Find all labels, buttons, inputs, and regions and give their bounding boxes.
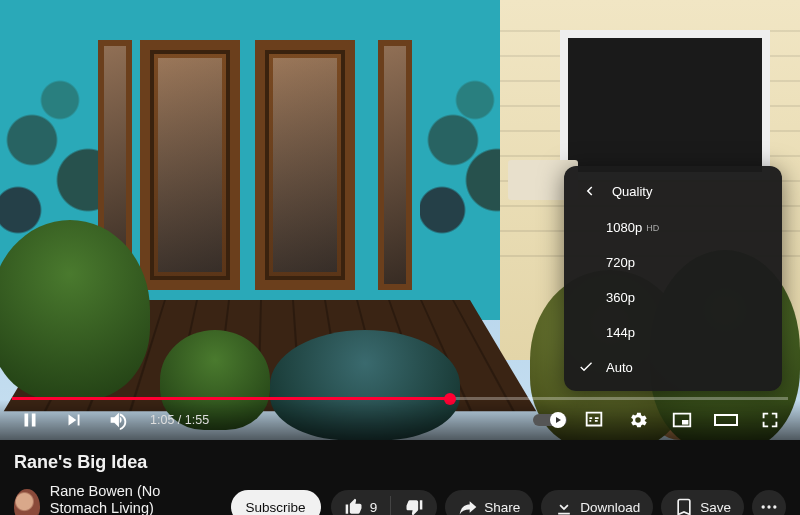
more-horizontal-icon (759, 497, 779, 515)
svg-rect-3 (715, 415, 737, 425)
pause-button[interactable] (12, 402, 48, 438)
share-icon (458, 497, 478, 515)
bookmark-icon (674, 497, 694, 515)
share-button[interactable]: Share (445, 490, 533, 515)
theater-icon (713, 409, 739, 431)
quality-option-1080p[interactable]: 1080pHD (564, 210, 782, 245)
channel-name[interactable]: Rane Bowen (No Stomach Living) (50, 483, 207, 515)
fullscreen-button[interactable] (752, 402, 788, 438)
next-button[interactable] (56, 402, 92, 438)
captions-button[interactable] (576, 402, 612, 438)
like-button[interactable]: 9 (331, 490, 391, 515)
timecode: 1:05 / 1:55 (150, 413, 209, 427)
gear-icon (627, 409, 649, 431)
svg-point-4 (762, 506, 765, 509)
video-title: Rane's Big Idea (14, 452, 786, 473)
quality-option-144p[interactable]: 144p (564, 315, 782, 350)
save-button[interactable]: Save (661, 490, 744, 515)
autoplay-icon (533, 411, 567, 429)
channel-avatar[interactable] (14, 489, 40, 515)
quality-option-720p[interactable]: 720p (564, 245, 782, 280)
quality-option-auto[interactable]: Auto (564, 350, 782, 385)
video-player[interactable]: Quality 1080pHD 720p 360p 144p Auto (0, 0, 800, 440)
fullscreen-icon (759, 409, 781, 431)
download-button[interactable]: Download (541, 490, 653, 515)
quality-menu-back[interactable]: Quality (564, 172, 782, 210)
player-controls: 1:05 / 1:55 (0, 400, 800, 440)
like-dislike-pill: 9 (331, 490, 438, 515)
chevron-left-icon (580, 182, 598, 200)
quality-menu-title: Quality (612, 184, 652, 199)
subscribe-button[interactable]: Subscribe (231, 490, 321, 515)
miniplayer-icon (671, 409, 693, 431)
svg-point-5 (767, 506, 770, 509)
thumbs-down-icon (404, 497, 424, 515)
theater-button[interactable] (708, 402, 744, 438)
quality-option-360p[interactable]: 360p (564, 280, 782, 315)
svg-point-6 (773, 506, 776, 509)
autoplay-toggle[interactable] (532, 402, 568, 438)
captions-icon (583, 409, 605, 431)
thumbs-up-icon (344, 497, 364, 515)
miniplayer-button[interactable] (664, 402, 700, 438)
pause-icon (19, 409, 41, 431)
next-icon (63, 409, 85, 431)
quality-menu[interactable]: Quality 1080pHD 720p 360p 144p Auto (564, 166, 782, 391)
svg-rect-2 (682, 420, 688, 425)
download-icon (554, 497, 574, 515)
volume-icon (107, 409, 129, 431)
settings-button[interactable] (620, 402, 656, 438)
volume-button[interactable] (100, 402, 136, 438)
more-actions-button[interactable] (752, 490, 786, 515)
check-icon (578, 358, 594, 377)
dislike-button[interactable] (391, 490, 437, 515)
video-metadata: Rane's Big Idea Rane Bowen (No Stomach L… (0, 440, 800, 515)
